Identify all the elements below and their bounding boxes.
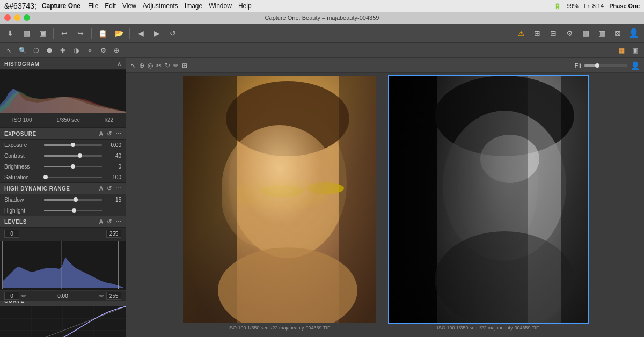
menu-file[interactable]: File (88, 2, 98, 10)
bw-photo-frame[interactable] (388, 75, 589, 324)
tool-cursor[interactable]: ↖ (3, 45, 15, 56)
import-icon[interactable]: ⬇ (3, 26, 17, 40)
levels-min-input[interactable]: 0 (4, 230, 19, 238)
exposure-auto-icon[interactable]: A (99, 130, 104, 137)
viewer-user-icon[interactable]: 👤 (631, 61, 640, 70)
menu-edit[interactable]: Edit (105, 2, 116, 10)
menu-adjustments[interactable]: Adjustments (143, 2, 178, 10)
panels-icon[interactable]: ▥ (595, 26, 609, 40)
minimize-button[interactable] (14, 14, 20, 21)
menu-help[interactable]: Help (238, 2, 252, 10)
tool-crop[interactable]: ⬡ (30, 45, 42, 56)
tool-add[interactable]: ⊕ (111, 45, 122, 56)
main-toolbar: ⬇ ▦ ▣ ↩ ↪ 📋 📂 ◀ ▶ ↺ ⚠ ⊞ ⊟ ⚙ ▤ ▥ ⊠ 👤 (0, 24, 644, 43)
tool-search[interactable]: 🔍 (17, 45, 28, 56)
export-icon[interactable]: ⊞ (530, 26, 544, 40)
levels-max-input[interactable]: 255 (106, 230, 121, 238)
viewer: ↖ ⊕ ◎ ✂ ↻ ✏ ⊞ Fit 👤 (126, 58, 644, 337)
paste-icon[interactable]: 📂 (112, 26, 126, 40)
levels-midtone: 0.00 (28, 293, 97, 299)
exposure-slider-label: Exposure (4, 142, 42, 148)
shadow-track[interactable] (44, 199, 102, 201)
aperture-value: f/22 (104, 117, 113, 123)
color-photo-frame[interactable] (182, 75, 377, 324)
viewer-pen-icon[interactable]: ✏ (173, 62, 179, 69)
menu-view[interactable]: View (122, 2, 136, 10)
view-single[interactable]: ▣ (629, 45, 641, 56)
viewer-zoom-icon[interactable]: ⊕ (139, 62, 144, 69)
copy-icon[interactable]: 📋 (96, 26, 109, 40)
levels-reset-icon[interactable]: ↺ (107, 218, 112, 225)
next-icon[interactable]: ▶ (150, 26, 164, 40)
svg-point-25 (480, 135, 539, 183)
histogram-header[interactable]: HISTOGRAM ∧ (0, 58, 126, 70)
levels-label: LEVELS (4, 219, 27, 225)
app-name[interactable]: Capture One (42, 2, 80, 10)
viewer-toolbar: ↖ ⊕ ◎ ✂ ↻ ✏ ⊞ Fit 👤 (126, 58, 644, 73)
levels-eyedropper-left[interactable]: ✏ (21, 292, 26, 299)
apple-menu[interactable]: &#63743; (4, 2, 36, 10)
tool-straighten[interactable]: ⬢ (43, 45, 55, 56)
viewer-crop-icon[interactable]: ✂ (156, 62, 162, 69)
exposure-track[interactable] (44, 144, 102, 146)
highlight-track[interactable] (44, 210, 102, 211)
prev-icon[interactable]: ◀ (134, 26, 148, 40)
bw-photo-container: ISO 100 1/350 sec f/22 majabeauty-004359… (388, 73, 589, 332)
viewer-rotate-icon[interactable]: ↻ (165, 62, 170, 69)
close-button[interactable] (4, 14, 11, 21)
hdr-auto-icon[interactable]: A (99, 185, 104, 192)
phase-one-label: Phase One (609, 3, 640, 9)
levels-eyedropper-right[interactable]: ✏ (99, 292, 104, 299)
exposure-expand-icon[interactable]: ⋯ (115, 130, 122, 137)
rotate-icon[interactable]: ↺ (166, 26, 180, 40)
warning-icon[interactable]: ⚠ (514, 26, 528, 40)
histogram-expand-icon[interactable]: ∧ (117, 61, 122, 68)
svg-rect-7 (0, 306, 126, 337)
exposure-header[interactable]: EXPOSURE A ↺ ⋯ (0, 128, 126, 140)
levels-expand-icon[interactable]: ⋯ (115, 218, 122, 225)
hdr-expand-icon[interactable]: ⋯ (115, 185, 122, 192)
levels-auto-icon[interactable]: A (99, 218, 104, 225)
zoom-slider[interactable] (584, 64, 627, 67)
menu-window[interactable]: Window (209, 2, 232, 10)
window-title: Capture One: Beauty – majabeauty-004359 (265, 14, 379, 21)
redo-icon[interactable]: ↪ (74, 26, 87, 40)
viewer-eyedrop-icon[interactable]: ◎ (148, 62, 153, 69)
hdr-header[interactable]: HIGH DYNAMIC RANGE A ↺ ⋯ (0, 182, 126, 194)
main-content: HISTOGRAM ∧ (0, 58, 644, 337)
tool-clone[interactable]: ◑ (70, 45, 82, 56)
viewer-cursor-icon[interactable]: ↖ (130, 62, 136, 69)
tool-settings[interactable]: ⚙ (97, 45, 109, 56)
maximize-button[interactable] (24, 14, 30, 21)
svg-point-26 (435, 231, 574, 323)
levels-header[interactable]: LEVELS A ↺ ⋯ (0, 216, 126, 228)
export2-icon[interactable]: ⊟ (546, 26, 560, 40)
svg-rect-27 (561, 76, 588, 323)
tool-healing[interactable]: ✚ (57, 45, 69, 56)
brightness-slider-row: Brightness 0 (0, 161, 126, 172)
histogram-svg (0, 70, 126, 113)
hdr-reset-icon[interactable]: ↺ (107, 185, 112, 192)
undo-icon[interactable]: ↩ (57, 26, 71, 40)
exposure-reset-icon[interactable]: ↺ (107, 130, 112, 137)
user-icon[interactable]: 👤 (627, 26, 641, 40)
contrast-track[interactable] (44, 155, 102, 157)
view-grid[interactable]: ▦ (616, 45, 627, 56)
browser-icon[interactable]: ▦ (19, 26, 33, 40)
collapse-icon[interactable]: ⊠ (611, 26, 625, 40)
brightness-track[interactable] (44, 166, 102, 167)
tool-adjustment[interactable]: ⌖ (84, 45, 96, 56)
bw-photo (389, 76, 588, 323)
settings-icon[interactable]: ⚙ (562, 26, 576, 40)
saturation-value: –100 (104, 174, 121, 180)
viewer-icon[interactable]: ▣ (35, 26, 49, 40)
viewer-grid-icon[interactable]: ⊞ (182, 62, 187, 69)
wifi-icon: 🔋 (554, 3, 561, 10)
saturation-track[interactable] (44, 177, 102, 178)
menu-image[interactable]: Image (185, 2, 202, 10)
layout-icon[interactable]: ▤ (579, 26, 592, 40)
shadow-slider-row: Shadow 15 (0, 194, 126, 205)
levels-output-min[interactable]: 0 (4, 292, 19, 300)
svg-point-19 (218, 247, 357, 323)
levels-output-max[interactable]: 255 (106, 292, 121, 300)
